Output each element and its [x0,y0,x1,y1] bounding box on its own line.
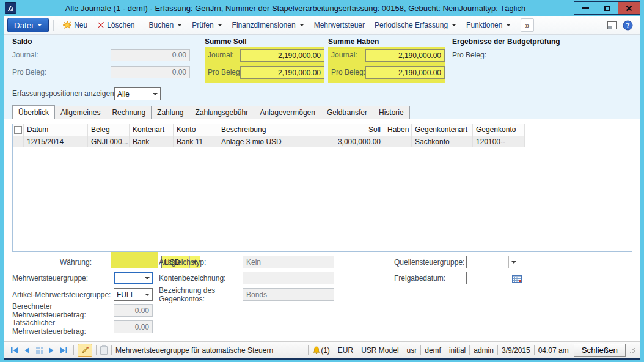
previous-record-icon [23,347,31,354]
notification-bell-icon[interactable] [312,346,321,355]
row-selector[interactable] [13,136,24,147]
tab-geldtransfer[interactable]: Geldtransfer [321,106,373,119]
cell-beleg[interactable]: GNJL000... [88,136,130,147]
toolbar-validate-label: Prüfen [192,21,213,29]
saldo-journal-label: Journal: [12,51,38,59]
chevron-down-icon [218,24,222,26]
line-detail-form: Währung: USD Mehrwertsteuergruppe: Artik… [12,254,632,339]
credit-total-group-title: Summe Haben [328,37,379,46]
chevron-down-icon [142,272,152,284]
item-vat-group-dropdown[interactable]: FULL [114,288,153,301]
tab-content: Datum Beleg Kontenart Konto Beschreibung… [4,119,640,341]
cell-soll[interactable]: 3,000,000.00 [321,136,384,147]
maximize-button[interactable] [596,1,618,15]
actual-vat-field: 0.00 [114,320,153,333]
close-form-button[interactable]: Schließen [574,344,626,357]
toolbar-findim-menu[interactable]: Finanzdimensionen [227,18,309,32]
tab-zahlungsgebuehr[interactable]: Zahlungsgebühr [189,106,254,119]
withholding-tax-dropdown[interactable] [466,256,519,268]
calendar-icon[interactable] [512,274,522,283]
tab-anlagevermoegen[interactable]: Anlagevermögen [254,106,321,119]
cell-datum[interactable]: 12/15/2014 [24,136,88,147]
notification-count[interactable]: (1) [321,346,330,355]
saldo-voucher-field: 0.00 [111,66,190,78]
credit-journal-label: Journal: [331,51,357,59]
cell-gegenkontenart[interactable]: Sachkonto [412,136,473,147]
account-name-label: Kontenbezeichnung: [159,274,243,283]
column-header-soll[interactable]: Soll [321,124,384,136]
show-lines-dropdown[interactable]: Alle [114,87,161,100]
resize-grip[interactable] [629,347,635,353]
statusbar-separator [96,345,97,355]
vat-group-dropdown[interactable] [114,272,153,284]
column-header-konto[interactable]: Konto [174,124,218,136]
window-bottom-edge [4,358,640,360]
column-header-gegenkonto[interactable]: Gegenkonto [473,124,525,136]
statusbar-separator [445,345,445,355]
column-header-gegenkontenart[interactable]: Gegenkontenart [412,124,473,136]
cell-haben[interactable] [384,136,412,147]
calculated-vat-field: 0.00 [114,304,153,317]
column-header-beschreibung[interactable]: Beschreibung [218,124,321,136]
file-menu-button[interactable]: Datei [7,18,49,32]
close-icon [626,5,632,12]
tab-zahlung[interactable]: Zahlung [151,106,189,119]
grid-view-button[interactable] [33,344,45,356]
toolbar-validate-menu[interactable]: Prüfen [187,18,227,32]
toolbar-delete-button[interactable]: Löschen [92,18,139,32]
window-layout-icon[interactable] [607,21,617,29]
column-header-kontenart[interactable]: Kontenart [130,124,174,136]
toolbar-vat-button[interactable]: Mehrwertsteuer [309,18,370,32]
chevron-down-icon [299,24,304,26]
journal-lines-grid: Datum Beleg Kontenart Konto Beschreibung… [12,124,632,252]
toolbar-post-menu[interactable]: Buchen [144,18,188,32]
delete-x-icon [97,21,104,29]
cell-beschreibung[interactable]: Anlage 3 mio USD [218,136,321,147]
tab-allgemeines[interactable]: Allgemeines [54,106,106,119]
previous-record-button[interactable] [21,344,33,356]
tab-rechnung[interactable]: Rechnung [106,106,152,119]
first-record-button[interactable] [9,344,21,356]
last-record-button[interactable] [57,344,70,356]
actual-vat-label: Tatsächlicher Mehrwertsteuerbetrag: [12,319,114,336]
column-header-datum[interactable]: Datum [24,124,88,136]
titlebar: Alle Journale (1 - demf) - Erfassung: Ge… [0,0,644,16]
budget-voucher-label: Pro Beleg: [452,51,486,59]
statusbar-separator [111,345,112,355]
tab-ueberblick[interactable]: Überblick [12,105,55,119]
close-button[interactable] [618,1,640,15]
saldo-group-title: Saldo [12,37,32,46]
statusbar-separator [308,345,309,355]
release-date-field[interactable] [466,272,524,284]
toolbar-overflow-button[interactable]: » [521,18,533,32]
toolbar-separator [142,20,142,31]
minimize-button[interactable] [574,1,596,15]
table-row[interactable]: 12/15/2014 GNJL000... Bank Bank 11 Anlag… [13,136,632,147]
toolbar-periodic-menu[interactable]: Periodische Erfassung [370,18,461,32]
column-header-filler [525,124,632,136]
statusbar-separator [403,345,403,355]
show-lines-value: Alle [115,88,150,100]
debit-voucher-label: Pro Beleg: [208,68,242,76]
edit-record-button[interactable] [78,344,92,357]
saldo-voucher-label: Pro Beleg: [12,68,46,76]
cell-gegenkonto[interactable]: 120100-- [473,136,525,147]
statusbar-separator [534,345,535,355]
toolbar-post-label: Buchen [149,21,174,29]
help-icon[interactable]: ? [623,20,633,31]
vat-group-label: Mehrwertsteuergruppe: [12,274,114,283]
column-header-haben[interactable]: Haben [384,124,412,136]
statusbar: Mehrwertsteuergruppe für automatische St… [4,341,640,358]
cell-konto[interactable]: Bank 11 [174,136,218,147]
tab-historie[interactable]: Historie [373,106,410,119]
maximize-icon [604,6,610,11]
release-date-label: Freigabedatum: [394,274,466,283]
toolbar-new-button[interactable]: Neu [58,18,92,32]
chevron-down-icon [142,289,152,300]
column-header-beleg[interactable]: Beleg [88,124,130,136]
select-all-checkbox[interactable] [14,126,22,134]
next-record-button[interactable] [45,344,57,356]
app-icon[interactable] [5,2,16,14]
toolbar-functions-menu[interactable]: Funktionen [461,18,516,32]
cell-kontenart[interactable]: Bank [130,136,174,147]
